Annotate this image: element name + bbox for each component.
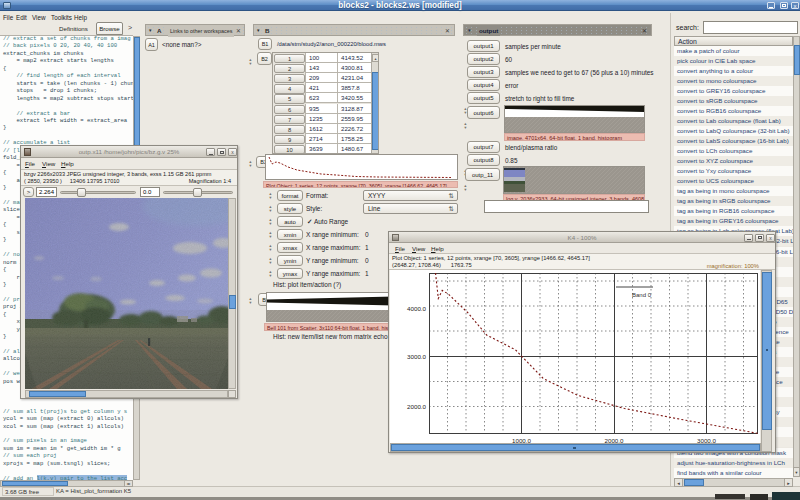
svg-text:2000.0: 2000.0 <box>407 403 426 410</box>
svg-text:3000.0: 3000.0 <box>407 353 426 360</box>
svg-text:4000.0: 4000.0 <box>407 305 426 312</box>
svg-text:Band 0: Band 0 <box>632 292 652 298</box>
